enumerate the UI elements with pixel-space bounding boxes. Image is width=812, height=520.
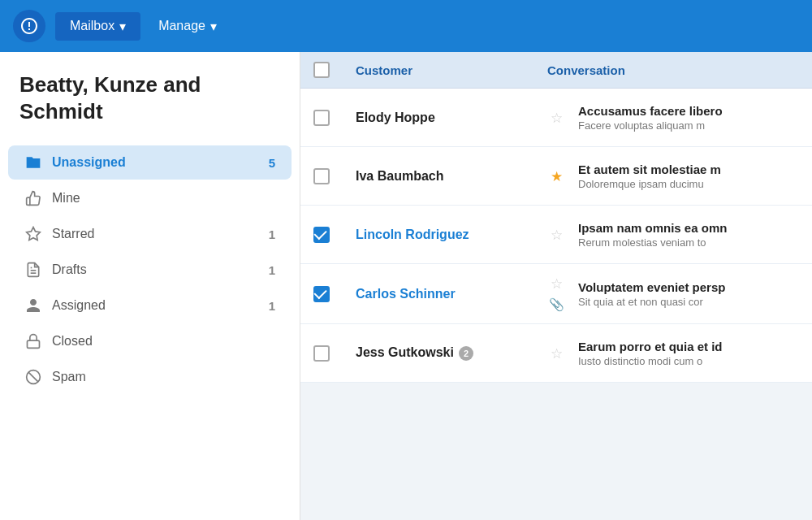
sidebar-label-closed: Closed <box>52 334 275 349</box>
conversation-list: Elody Hoppe☆Accusamus facere liberoFacer… <box>300 89 812 520</box>
star-icon <box>24 225 42 243</box>
sidebar-item-unassigned[interactable]: Unassigned5 <box>8 145 292 180</box>
row-conversation: Ipsam nam omnis ea omnRerum molestias ve… <box>578 221 799 249</box>
manage-button[interactable]: Manage ▾ <box>144 12 231 41</box>
conv-sub: Iusto distinctio modi cum o <box>578 355 799 367</box>
conv-title: Accusamus facere libero <box>578 104 799 118</box>
row-checkbox-col <box>313 168 343 184</box>
row-checkbox-col <box>313 345 343 362</box>
row-customer: Elody Hoppe <box>356 110 534 125</box>
sidebar-item-starred[interactable]: Starred1 <box>8 217 292 251</box>
sidebar-nav: Unassigned5MineStarred1Drafts1Assigned1C… <box>0 145 300 394</box>
main-layout: Beatty, Kunze and Schmidt Unassigned5Min… <box>0 52 812 520</box>
table-row[interactable]: Iva Baumbach★Et autem sit molestiae mDol… <box>300 147 812 206</box>
table-row[interactable]: Carlos Schinner☆📎Voluptatem eveniet pers… <box>300 264 812 324</box>
topnav: Mailbox ▾ Manage ▾ <box>0 0 812 52</box>
sidebar-label-spam: Spam <box>52 370 275 384</box>
mailbox-button[interactable]: Mailbox ▾ <box>55 12 140 41</box>
app-logo <box>13 10 45 42</box>
main-panel: Customer Conversation Elody Hoppe☆Accusa… <box>300 52 812 520</box>
star-icon[interactable]: ★ <box>551 168 563 185</box>
row-checkbox[interactable] <box>313 227 330 243</box>
mailbox-label: Mailbox <box>70 19 114 33</box>
thumb-icon <box>24 189 42 207</box>
row-conversation: Et autem sit molestiae mDoloremque ipsam… <box>578 162 799 190</box>
row-star-col: ★ <box>547 167 565 185</box>
sidebar-count-assigned: 1 <box>259 299 275 313</box>
sidebar: Beatty, Kunze and Schmidt Unassigned5Min… <box>0 52 300 520</box>
sidebar-label-drafts: Drafts <box>52 262 249 277</box>
row-star-col: ☆ <box>547 108 565 127</box>
attachment-icon: 📎 <box>549 297 564 312</box>
row-customer: Carlos Schinner <box>356 287 534 301</box>
row-checkbox-col <box>313 286 343 302</box>
conv-sub: Doloremque ipsam ducimu <box>578 178 799 190</box>
sidebar-label-starred: Starred <box>52 227 249 241</box>
sidebar-label-assigned: Assigned <box>52 298 249 313</box>
conv-sub: Facere voluptas aliquam m <box>578 119 799 132</box>
star-icon[interactable]: ☆ <box>551 345 563 362</box>
conv-sub: Rerum molestias veniam to <box>578 236 799 249</box>
conversation-badge: 2 <box>459 346 473 361</box>
sidebar-label-unassigned: Unassigned <box>52 155 249 170</box>
sidebar-item-drafts[interactable]: Drafts1 <box>8 253 292 287</box>
table-row[interactable]: Jess Gutkowski2☆Earum porro et quia et i… <box>300 324 812 383</box>
conv-title: Ipsam nam omnis ea omn <box>578 221 799 235</box>
person-icon <box>24 297 42 314</box>
lock-icon <box>24 332 42 350</box>
row-checkbox[interactable] <box>313 168 330 184</box>
row-customer: Jess Gutkowski2 <box>356 345 534 361</box>
table-row[interactable]: Lincoln Rodriguez☆Ipsam nam omnis ea omn… <box>300 206 812 264</box>
manage-label: Manage <box>158 19 205 33</box>
table-header: Customer Conversation <box>300 52 812 89</box>
row-conversation: Accusamus facere liberoFacere voluptas a… <box>578 104 799 132</box>
header-conversation: Conversation <box>547 63 799 77</box>
manage-caret: ▾ <box>210 19 217 34</box>
conv-title: Earum porro et quia et id <box>578 340 799 353</box>
sidebar-item-assigned[interactable]: Assigned1 <box>8 288 292 323</box>
star-icon[interactable]: ☆ <box>551 110 563 127</box>
row-star-col: ☆ <box>547 225 565 244</box>
ban-icon <box>24 368 42 386</box>
table-row[interactable]: Elody Hoppe☆Accusamus facere liberoFacer… <box>300 89 812 147</box>
row-star-col: ☆ <box>547 344 565 362</box>
svg-line-5 <box>28 372 38 382</box>
svg-rect-3 <box>28 340 40 348</box>
sidebar-item-mine[interactable]: Mine <box>8 181 292 215</box>
conv-title: Et autem sit molestiae m <box>578 162 799 176</box>
row-checkbox-col <box>313 110 343 126</box>
star-icon[interactable]: ☆ <box>551 227 563 244</box>
folder-icon <box>24 154 42 171</box>
star-icon[interactable]: ☆ <box>551 275 563 292</box>
sidebar-item-spam[interactable]: Spam <box>8 360 292 394</box>
mailbox-caret: ▾ <box>119 19 126 34</box>
sidebar-count-unassigned: 5 <box>259 156 275 170</box>
row-checkbox[interactable] <box>313 286 330 302</box>
conv-sub: Sit quia at et non quasi cor <box>578 296 799 308</box>
drafts-icon <box>24 261 42 279</box>
sidebar-count-drafts: 1 <box>259 263 275 277</box>
row-icons-col: ☆📎 <box>547 275 565 312</box>
header-customer: Customer <box>356 63 534 77</box>
company-name: Beatty, Kunze and Schmidt <box>0 72 300 144</box>
row-checkbox[interactable] <box>313 110 330 126</box>
header-checkbox-col <box>313 62 343 78</box>
sidebar-label-mine: Mine <box>52 191 275 206</box>
sidebar-item-closed[interactable]: Closed <box>8 324 292 358</box>
row-customer: Lincoln Rodriguez <box>356 228 534 242</box>
row-customer: Iva Baumbach <box>356 169 534 184</box>
svg-marker-0 <box>27 228 41 240</box>
row-checkbox[interactable] <box>313 345 330 362</box>
sidebar-count-starred: 1 <box>259 228 275 241</box>
row-conversation: Voluptatem eveniet perspSit quia at et n… <box>578 280 799 308</box>
select-all-checkbox[interactable] <box>313 62 330 78</box>
conv-title: Voluptatem eveniet persp <box>578 280 799 294</box>
row-conversation: Earum porro et quia et idIusto distincti… <box>578 340 799 367</box>
row-checkbox-col <box>313 227 343 243</box>
